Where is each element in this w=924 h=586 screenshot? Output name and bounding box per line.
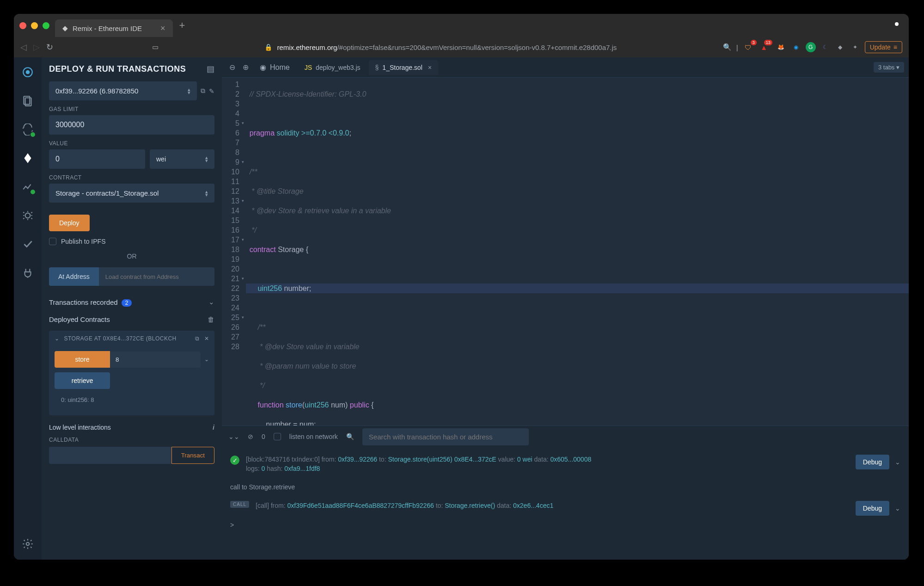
zoom-out-icon[interactable]: ⊖ bbox=[226, 63, 238, 72]
transactions-recorded-row[interactable]: Transactions recorded2 ⌄ bbox=[49, 293, 214, 311]
reload-button[interactable]: ↻ bbox=[46, 42, 53, 52]
store-function-input[interactable] bbox=[110, 352, 201, 368]
extension-icons: 🦊 ◉ G ☾ ◆ ✦ Update≡ bbox=[776, 41, 902, 53]
lock-icon: 🔒 bbox=[264, 43, 272, 51]
address-field[interactable]: ▭ 🔒 remix.ethereum.org/#optimize=false&r… bbox=[60, 42, 770, 53]
caret-icon: ▴▾ bbox=[205, 190, 208, 197]
call-badge: CALL bbox=[230, 501, 249, 508]
home-icon: ◉ bbox=[260, 63, 266, 72]
contract-address-label: STORAGE AT 0X8E4...372CE (BLOCKCH bbox=[64, 335, 191, 342]
terminal-output: ✓ [block:7843716 txIndex:0] from: 0xf39.… bbox=[222, 447, 909, 560]
zoom-icon[interactable]: 🔍 bbox=[723, 43, 732, 51]
low-level-label: Low level interactions bbox=[49, 424, 111, 431]
transact-button[interactable]: Transact bbox=[171, 447, 214, 464]
plugin-manager-icon[interactable] bbox=[18, 264, 37, 282]
update-button[interactable]: Update≡ bbox=[865, 41, 902, 53]
pending-count: 0 bbox=[262, 433, 265, 440]
panel-title: DEPLOY & RUN TRANSACTIONS bbox=[49, 64, 186, 74]
back-button[interactable]: ◁ bbox=[20, 42, 27, 52]
terminal-search-input[interactable] bbox=[362, 428, 529, 445]
editor-tabbar: ⊖ ⊕ ◉ Home JS deploy_web3.js § 1_Storage… bbox=[222, 57, 909, 78]
close-tab-icon[interactable]: × bbox=[428, 64, 432, 71]
file-explorer-icon[interactable] bbox=[18, 92, 37, 110]
settings-icon[interactable] bbox=[18, 535, 37, 553]
zoom-in-icon[interactable]: ⊕ bbox=[240, 63, 251, 72]
copy-address-icon[interactable]: ⧉ bbox=[195, 335, 200, 342]
main-area: ⊖ ⊕ ◉ Home JS deploy_web3.js § 1_Storage… bbox=[222, 57, 909, 560]
extension-4-icon[interactable]: ☾ bbox=[820, 42, 831, 52]
deploy-button[interactable]: Deploy bbox=[49, 215, 90, 231]
tab-title: Remix - Ethereum IDE bbox=[73, 25, 142, 32]
remix-logo-icon[interactable] bbox=[18, 63, 37, 81]
value-input[interactable] bbox=[49, 149, 145, 169]
call-notice: call to Storage.retrieve bbox=[230, 477, 900, 497]
terminal-prompt[interactable]: > bbox=[230, 519, 900, 530]
unit-testing-icon[interactable] bbox=[18, 235, 37, 253]
deployed-contract-item: ⌄ STORAGE AT 0X8E4...372CE (BLOCKCH ⧉ ✕ … bbox=[49, 331, 214, 415]
debugger-icon[interactable] bbox=[18, 206, 37, 225]
copy-account-icon[interactable]: ⧉ bbox=[201, 87, 205, 95]
code-editor[interactable]: 12345▾6789▾10111213▾14151617▾18192021▾22… bbox=[222, 78, 909, 426]
debug-button[interactable]: Debug bbox=[856, 455, 889, 469]
extension-2-icon[interactable]: ◉ bbox=[791, 42, 801, 52]
store-function-button[interactable]: store bbox=[55, 351, 110, 368]
extension-3-icon[interactable]: G bbox=[806, 42, 816, 52]
tab-deploy-web3[interactable]: JS deploy_web3.js bbox=[298, 60, 367, 75]
close-window-icon[interactable] bbox=[19, 22, 26, 29]
value-unit-select[interactable]: wei ▴▾ bbox=[150, 149, 214, 169]
trash-icon[interactable]: 🗑 bbox=[208, 315, 214, 323]
log-entry[interactable]: CALL [call] from: 0xf39Fd6e51aad88F6F4ce… bbox=[230, 497, 900, 519]
separator: | bbox=[736, 43, 738, 51]
clear-terminal-icon[interactable]: ⊘ bbox=[248, 433, 253, 440]
chevron-down-icon[interactable]: ⌄ bbox=[895, 505, 900, 512]
chevron-down-icon[interactable]: ⌄ bbox=[895, 458, 900, 466]
close-contract-icon[interactable]: ✕ bbox=[204, 335, 209, 342]
or-divider: OR bbox=[49, 253, 214, 260]
deploy-run-icon[interactable] bbox=[18, 149, 37, 167]
shield-extension-icon[interactable]: 🛡3 bbox=[743, 42, 754, 53]
terminal-panel: ⌄⌄ ⊘ 0 listen on network 🔍 ✓ [block:7843… bbox=[222, 426, 909, 560]
home-tab[interactable]: ◉ Home bbox=[253, 63, 296, 72]
metamask-icon[interactable]: 🦊 bbox=[776, 42, 786, 52]
tab-storage-sol[interactable]: § 1_Storage.sol × bbox=[369, 60, 438, 75]
solidity-compiler-icon[interactable] bbox=[18, 120, 37, 139]
bookmark-icon[interactable]: ▭ bbox=[60, 43, 159, 51]
browser-tab[interactable]: ◆ Remix - Ethereum IDE × bbox=[55, 19, 173, 37]
listen-network-checkbox[interactable] bbox=[274, 433, 281, 440]
traffic-lights bbox=[19, 22, 49, 29]
edit-account-icon[interactable]: ✎ bbox=[209, 87, 214, 95]
extensions-menu-icon[interactable]: ✦ bbox=[850, 42, 860, 52]
publish-ipfs-checkbox[interactable]: Publish to IPFS bbox=[49, 238, 214, 245]
extension-5-icon[interactable]: ◆ bbox=[835, 42, 845, 52]
chevron-down-icon[interactable]: ⌄ bbox=[204, 356, 209, 363]
maximize-window-icon[interactable] bbox=[43, 22, 49, 29]
notification-extension-icon[interactable]: ▲13 bbox=[759, 42, 770, 53]
success-check-icon: ✓ bbox=[230, 456, 239, 465]
svg-point-5 bbox=[26, 543, 30, 546]
contract-select[interactable]: Storage - contracts/1_Storage.sol ▴▾ bbox=[49, 184, 214, 203]
tab-count-dropdown[interactable]: 3 tabs ▾ bbox=[874, 62, 904, 73]
listen-label: listen on network bbox=[289, 433, 338, 440]
gas-limit-label: GAS LIMIT bbox=[49, 106, 214, 112]
incognito-indicator-icon bbox=[895, 22, 899, 26]
calldata-input[interactable] bbox=[49, 447, 171, 464]
at-address-button[interactable]: At Address bbox=[49, 267, 99, 286]
chevron-down-icon[interactable]: ⌄ bbox=[55, 335, 60, 342]
log-entry[interactable]: ✓ [block:7843716 txIndex:0] from: 0xf39.… bbox=[230, 451, 900, 477]
panel-menu-icon[interactable]: ▤ bbox=[207, 64, 214, 74]
collapse-terminal-icon[interactable]: ⌄⌄ bbox=[228, 433, 239, 440]
deployed-contracts-label: Deployed Contracts bbox=[49, 315, 110, 323]
close-tab-icon[interactable]: × bbox=[160, 24, 165, 33]
search-terminal-icon[interactable]: 🔍 bbox=[346, 433, 354, 440]
new-tab-button[interactable]: + bbox=[179, 19, 185, 31]
info-icon[interactable]: i bbox=[213, 424, 214, 431]
debug-button[interactable]: Debug bbox=[856, 501, 889, 516]
retrieve-function-button[interactable]: retrieve bbox=[55, 372, 110, 389]
account-select[interactable]: 0xf39...92266 (6.98782850 ▴▾ bbox=[49, 81, 197, 100]
remix-favicon-icon: ◆ bbox=[62, 24, 68, 32]
gas-limit-input[interactable] bbox=[49, 115, 214, 135]
minimize-window-icon[interactable] bbox=[31, 22, 38, 29]
at-address-input[interactable] bbox=[99, 267, 214, 286]
forward-button[interactable]: ▷ bbox=[33, 42, 40, 52]
static-analysis-icon[interactable] bbox=[18, 178, 37, 196]
